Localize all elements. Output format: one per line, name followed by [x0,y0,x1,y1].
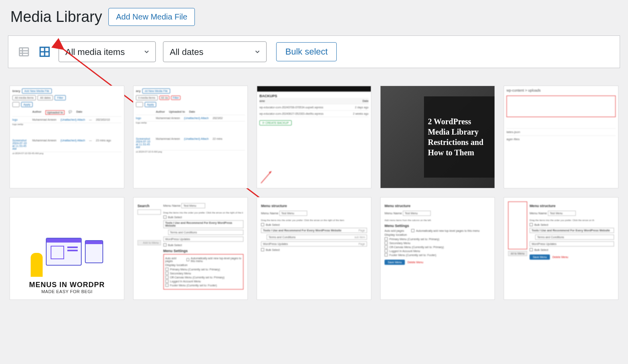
media-item[interactable]: ary dd New Media File ll media itemsAll … [133,86,248,188]
media-item[interactable]: Menu structure Menu Name Test Menu Add m… [380,197,495,300]
media-item[interactable]: Search Add to Menu Menu Name Test Menu D… [133,197,248,300]
thumbnail-title: MENUS IN WORDPR [29,281,105,289]
thumbnail-caption: 2 WordPress Media Library Restrictions a… [428,116,491,158]
svg-rect-0 [20,48,29,56]
list-view-button[interactable] [17,45,31,59]
media-item[interactable]: wp-content > uploads lates-json ager-fil… [504,86,618,188]
media-item[interactable]: BACKUPS ameDate wp-educator-com-20240708… [257,86,371,188]
media-item[interactable]: 2 WordPress Media Library Restrictions a… [380,86,495,188]
thumbnail-subtitle: MADE EASY FOR BEGI [41,289,93,294]
page-title: Media Library [10,8,102,25]
bulk-select-button[interactable]: Bulk select [276,42,337,61]
media-item[interactable]: dd to Menu Menu structure Menu Name Test… [504,197,618,300]
media-toolbar: All media items All dates Bulk select [8,35,620,68]
grid-view-button[interactable] [38,45,51,59]
grid-view-icon [39,46,51,58]
list-view-icon [18,46,30,58]
media-type-filter[interactable]: All media items [59,41,156,62]
media-item[interactable]: MENUS IN WORDPR MADE EASY FOR BEGI [10,197,124,300]
add-new-media-button[interactable]: Add New Media File [108,8,195,26]
media-item[interactable]: Menu structure Menu Name Test Menu Drag … [257,197,371,300]
media-grid: brary Add New Media File All media items… [8,86,620,300]
date-filter[interactable]: All dates [163,41,267,62]
media-item[interactable]: brary Add New Media File All media items… [10,86,124,188]
